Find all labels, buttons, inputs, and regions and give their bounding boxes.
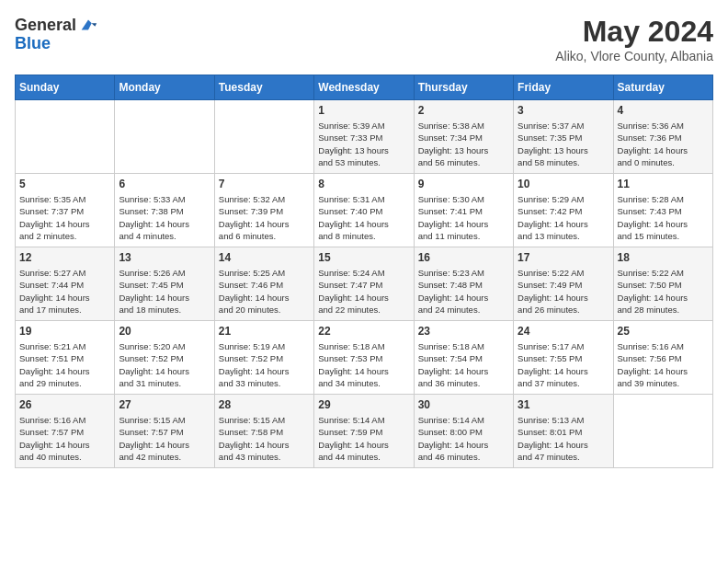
day-info-line: Sunrise: 5:32 AM bbox=[219, 193, 310, 205]
day-info-line: Sunrise: 5:23 AM bbox=[418, 267, 509, 279]
day-info-line: Sunrise: 5:19 AM bbox=[219, 340, 310, 352]
day-number: 16 bbox=[418, 251, 509, 264]
day-info-line: and 11 minutes. bbox=[418, 230, 509, 242]
day-number: 18 bbox=[618, 251, 709, 264]
logo-blue: Blue bbox=[15, 35, 51, 52]
day-number: 19 bbox=[19, 325, 110, 338]
day-info-line: Sunrise: 5:16 AM bbox=[19, 414, 110, 426]
day-info-line: Sunrise: 5:25 AM bbox=[219, 267, 310, 279]
day-number: 10 bbox=[518, 178, 609, 190]
day-info-line: Sunrise: 5:21 AM bbox=[19, 340, 110, 352]
day-info-line: Sunset: 7:35 PM bbox=[518, 132, 609, 144]
day-info-line: Daylight: 14 hours bbox=[19, 218, 110, 230]
day-info-line: Sunset: 7:38 PM bbox=[119, 205, 210, 217]
day-info-line: Sunset: 7:48 PM bbox=[418, 279, 509, 291]
day-info-line: Sunset: 7:53 PM bbox=[318, 352, 409, 364]
cell-w4-d5: 23Sunrise: 5:18 AMSunset: 7:54 PMDayligh… bbox=[414, 321, 513, 395]
page-header: General Blue May 2024 Aliko, Vlore Count… bbox=[15, 15, 713, 63]
day-info-line: Sunset: 7:57 PM bbox=[119, 426, 210, 438]
day-info-line: Sunrise: 5:35 AM bbox=[19, 193, 110, 205]
day-info-line: Sunset: 7:43 PM bbox=[618, 205, 709, 217]
day-info-line: Daylight: 14 hours bbox=[318, 365, 409, 377]
cell-w2-d1: 5Sunrise: 5:35 AMSunset: 7:37 PMDaylight… bbox=[16, 174, 115, 247]
day-info-line: Sunset: 7:56 PM bbox=[618, 352, 709, 364]
svg-marker-0 bbox=[82, 20, 96, 30]
day-info-line: and 6 minutes. bbox=[219, 230, 310, 242]
day-info-line: Sunset: 7:51 PM bbox=[19, 352, 110, 364]
day-info-line: and 36 minutes. bbox=[418, 377, 509, 389]
day-info-line: and 0 minutes. bbox=[618, 156, 709, 168]
cell-w2-d7: 11Sunrise: 5:28 AMSunset: 7:43 PMDayligh… bbox=[613, 174, 712, 247]
day-info-line: and 47 minutes. bbox=[518, 451, 609, 463]
day-number: 21 bbox=[219, 325, 310, 338]
cell-w1-d2 bbox=[115, 100, 214, 174]
day-info-line: Sunset: 7:49 PM bbox=[518, 279, 609, 291]
day-info-line: Daylight: 14 hours bbox=[618, 292, 709, 304]
cell-w4-d2: 20Sunrise: 5:20 AMSunset: 7:52 PMDayligh… bbox=[115, 321, 214, 395]
cell-w5-d4: 29Sunrise: 5:14 AMSunset: 7:59 PMDayligh… bbox=[314, 395, 414, 468]
day-info-line: Sunset: 7:44 PM bbox=[19, 279, 110, 291]
day-info-line: Sunrise: 5:27 AM bbox=[19, 267, 110, 279]
day-info-line: Daylight: 14 hours bbox=[119, 439, 210, 451]
day-info-line: Sunrise: 5:16 AM bbox=[618, 340, 709, 352]
day-info-line: Daylight: 14 hours bbox=[618, 144, 709, 156]
day-info-line: Sunset: 7:58 PM bbox=[219, 426, 310, 438]
day-info-line: and 53 minutes. bbox=[318, 156, 409, 168]
header-row: Sunday Monday Tuesday Wednesday Thursday… bbox=[16, 75, 713, 100]
day-info-line: and 33 minutes. bbox=[219, 377, 310, 389]
cell-w5-d7 bbox=[613, 395, 712, 468]
day-info-line: Sunset: 7:45 PM bbox=[119, 279, 210, 291]
col-friday: Friday bbox=[514, 75, 613, 100]
day-info-line: Sunset: 8:00 PM bbox=[418, 426, 509, 438]
day-number: 7 bbox=[219, 178, 310, 190]
week-row-1: 1Sunrise: 5:39 AMSunset: 7:33 PMDaylight… bbox=[16, 100, 713, 174]
week-row-3: 12Sunrise: 5:27 AMSunset: 7:44 PMDayligh… bbox=[16, 247, 713, 321]
day-info-line: Sunrise: 5:37 AM bbox=[518, 120, 609, 132]
day-info-line: Sunrise: 5:36 AM bbox=[618, 120, 709, 132]
day-info-line: and 46 minutes. bbox=[418, 451, 509, 463]
day-number: 14 bbox=[219, 251, 310, 264]
title-block: May 2024 Aliko, Vlore County, Albania bbox=[555, 15, 713, 63]
day-number: 5 bbox=[19, 178, 110, 190]
day-info-line: Sunrise: 5:29 AM bbox=[518, 193, 609, 205]
day-number: 30 bbox=[418, 398, 509, 411]
day-info-line: and 56 minutes. bbox=[418, 156, 509, 168]
day-info-line: and 17 minutes. bbox=[19, 304, 110, 316]
cell-w4-d4: 22Sunrise: 5:18 AMSunset: 7:53 PMDayligh… bbox=[314, 321, 414, 395]
day-info-line: Daylight: 14 hours bbox=[418, 218, 509, 230]
day-info-line: Sunrise: 5:15 AM bbox=[119, 414, 210, 426]
cell-w5-d5: 30Sunrise: 5:14 AMSunset: 8:00 PMDayligh… bbox=[414, 395, 513, 468]
day-info-line: Sunrise: 5:17 AM bbox=[518, 340, 609, 352]
day-info-line: and 43 minutes. bbox=[219, 451, 310, 463]
day-info-line: and 18 minutes. bbox=[119, 304, 210, 316]
day-number: 15 bbox=[318, 251, 409, 264]
day-info-line: Daylight: 14 hours bbox=[518, 365, 609, 377]
logo-general: General bbox=[15, 17, 76, 33]
cell-w1-d7: 4Sunrise: 5:36 AMSunset: 7:36 PMDaylight… bbox=[613, 100, 712, 174]
day-info-line: Sunset: 7:52 PM bbox=[219, 352, 310, 364]
cell-w1-d5: 2Sunrise: 5:38 AMSunset: 7:34 PMDaylight… bbox=[414, 100, 513, 174]
day-number: 22 bbox=[318, 325, 409, 338]
logo: General Blue bbox=[15, 15, 98, 52]
day-number: 31 bbox=[518, 398, 609, 411]
cell-w4-d3: 21Sunrise: 5:19 AMSunset: 7:52 PMDayligh… bbox=[214, 321, 313, 395]
cell-w2-d6: 10Sunrise: 5:29 AMSunset: 7:42 PMDayligh… bbox=[514, 174, 613, 247]
day-info-line: Sunset: 7:37 PM bbox=[19, 205, 110, 217]
day-info-line: Daylight: 14 hours bbox=[219, 365, 310, 377]
day-number: 4 bbox=[618, 104, 709, 117]
day-number: 8 bbox=[318, 178, 409, 190]
day-info-line: Sunrise: 5:22 AM bbox=[618, 267, 709, 279]
day-info-line: and 13 minutes. bbox=[518, 230, 609, 242]
day-info-line: and 22 minutes. bbox=[318, 304, 409, 316]
day-info-line: and 4 minutes. bbox=[119, 230, 210, 242]
day-info-line: Sunrise: 5:39 AM bbox=[318, 120, 409, 132]
day-info-line: Sunset: 7:55 PM bbox=[518, 352, 609, 364]
day-info-line: Daylight: 14 hours bbox=[219, 439, 310, 451]
day-info-line: Daylight: 14 hours bbox=[119, 292, 210, 304]
day-info-line: Sunset: 7:57 PM bbox=[19, 426, 110, 438]
day-number: 6 bbox=[119, 178, 210, 190]
cell-w2-d4: 8Sunrise: 5:31 AMSunset: 7:40 PMDaylight… bbox=[314, 174, 414, 247]
day-number: 25 bbox=[618, 325, 709, 338]
day-number: 13 bbox=[119, 251, 210, 264]
cell-w2-d2: 6Sunrise: 5:33 AMSunset: 7:38 PMDaylight… bbox=[115, 174, 214, 247]
